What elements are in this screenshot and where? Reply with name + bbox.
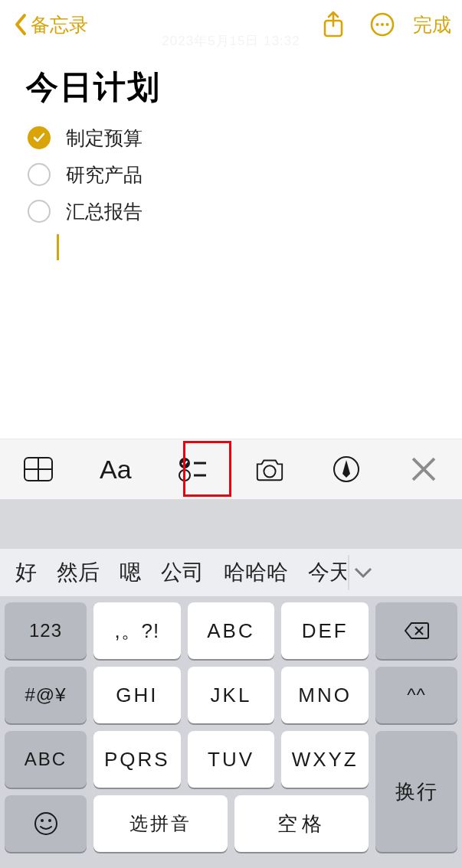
key-tuv[interactable]: TUV: [188, 731, 275, 788]
svg-point-19: [41, 819, 44, 822]
checklist-row[interactable]: 汇总报告: [21, 193, 444, 230]
checklist-row[interactable]: 制定预算: [21, 119, 444, 156]
dismiss-button[interactable]: [385, 439, 463, 499]
checklist-text[interactable]: 研究产品: [66, 162, 143, 188]
key-symbols[interactable]: #@¥: [5, 667, 87, 723]
more-button[interactable]: [359, 6, 405, 43]
key-wxyz[interactable]: WXYZ: [281, 731, 369, 788]
checkbox-empty-icon[interactable]: [28, 163, 51, 186]
checklist-text[interactable]: 制定预算: [66, 126, 143, 151]
text-cursor: [57, 234, 59, 260]
back-button[interactable]: 备忘录: [11, 12, 88, 38]
svg-point-20: [48, 819, 51, 822]
format-toolbar: Aa: [0, 439, 462, 500]
table-icon: [23, 455, 54, 484]
chevron-down-icon: [353, 566, 373, 579]
backspace-icon: [404, 619, 430, 642]
toolbar-gap: [0, 500, 462, 549]
key-def[interactable]: DEF: [281, 602, 369, 659]
text-format-button[interactable]: Aa: [77, 439, 155, 499]
key-select-pinyin[interactable]: 选拼音: [93, 795, 228, 852]
key-kaomoji[interactable]: ^^: [375, 667, 457, 723]
suggestion[interactable]: 哈哈哈: [218, 549, 294, 596]
key-jkl[interactable]: JKL: [188, 667, 275, 723]
svg-point-9: [179, 470, 190, 481]
chevron-left-icon: [14, 13, 28, 36]
checklist-text[interactable]: 汇总报告: [66, 199, 143, 224]
checkbox-empty-icon[interactable]: [28, 200, 51, 223]
suggestion[interactable]: 今天: [302, 549, 346, 596]
suggestion[interactable]: 公司: [155, 549, 210, 596]
key-emoji[interactable]: [5, 795, 87, 852]
back-label: 备忘录: [31, 12, 88, 38]
key-abc-mode[interactable]: ABC: [5, 731, 87, 788]
suggestion[interactable]: 然后: [51, 549, 106, 596]
svg-point-3: [381, 23, 384, 26]
checkbox-checked-icon[interactable]: [28, 126, 51, 149]
key-ghi[interactable]: GHI: [93, 667, 181, 723]
key-123[interactable]: 123: [5, 602, 87, 659]
checklist-icon: [177, 455, 208, 484]
checklist-button[interactable]: [154, 439, 231, 499]
camera-button[interactable]: [231, 439, 309, 499]
key-backspace[interactable]: [375, 602, 457, 659]
share-button[interactable]: [310, 6, 356, 43]
expand-suggestions-button[interactable]: [349, 559, 377, 586]
svg-point-2: [376, 23, 379, 26]
svg-point-18: [35, 813, 57, 834]
svg-point-4: [386, 23, 389, 26]
key-space[interactable]: 空格: [234, 795, 369, 852]
key-return[interactable]: 换行: [375, 731, 457, 852]
suggestion-bar: 好 然后 嗯 公司 哈哈哈 今天: [0, 549, 462, 596]
share-icon: [322, 11, 345, 38]
table-button[interactable]: [0, 439, 77, 499]
note-title[interactable]: 今日计划: [26, 66, 444, 109]
key-pqrs[interactable]: PQRS: [93, 731, 181, 788]
key-abc[interactable]: ABC: [188, 602, 275, 659]
done-button[interactable]: 完成: [413, 12, 451, 38]
checklist-row[interactable]: 研究产品: [21, 156, 444, 193]
emoji-icon: [33, 811, 59, 837]
keyboard: 123 ,。?! ABC DEF #@¥ GHI JKL MNO ^^ ABC: [0, 596, 462, 868]
close-icon: [408, 455, 439, 484]
markup-button[interactable]: [308, 439, 385, 499]
camera-icon: [254, 455, 285, 484]
svg-point-12: [264, 465, 275, 477]
pen-circle-icon: [331, 455, 362, 484]
suggestion[interactable]: 好: [9, 549, 43, 596]
key-mno[interactable]: MNO: [281, 667, 369, 723]
suggestion[interactable]: 嗯: [113, 549, 147, 596]
ellipsis-circle-icon: [369, 11, 395, 38]
key-punct[interactable]: ,。?!: [93, 602, 181, 659]
